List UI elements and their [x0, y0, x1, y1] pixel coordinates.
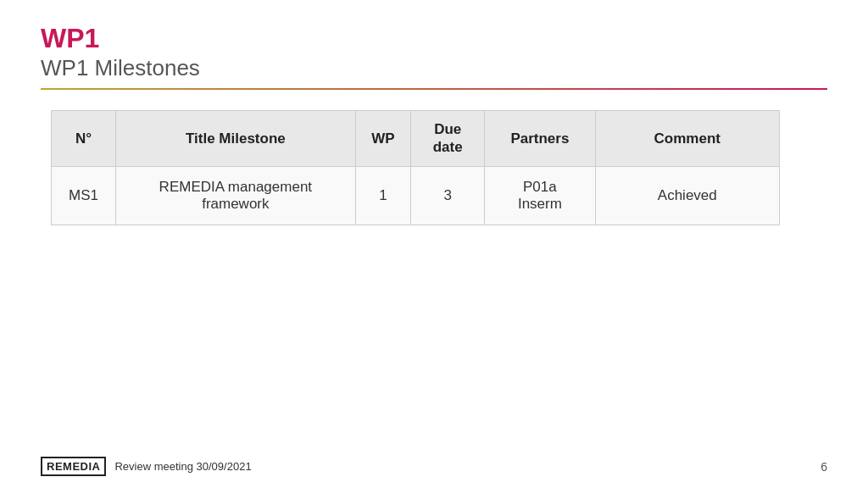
col-header-partners: Partners — [485, 111, 595, 167]
milestones-table: N° Title Milestone WP Duedate Partners C… — [51, 110, 780, 225]
col-header-title: Title Milestone — [116, 111, 356, 167]
cell-title: REMEDIA managementframework — [116, 166, 356, 225]
col-header-comment: Comment — [595, 111, 779, 167]
main-content: N° Title Milestone WP Duedate Partners C… — [0, 90, 868, 225]
table-row: MS1 REMEDIA managementframework 1 3 P01a… — [52, 166, 780, 225]
col-header-n: N° — [52, 111, 116, 167]
col-header-due-date: Duedate — [411, 111, 485, 167]
wp-label: WP1 — [41, 24, 827, 53]
footer-meeting-text: Review meeting 30/09/2021 — [114, 460, 251, 473]
footer: REMEDIA Review meeting 30/09/2021 6 — [0, 457, 868, 476]
cell-partners: P01aInserm — [485, 166, 595, 225]
col-header-wp: WP — [355, 111, 411, 167]
header: WP1 WP1 Milestones — [0, 0, 868, 81]
cell-comment: Achieved — [595, 166, 779, 225]
footer-left: REMEDIA Review meeting 30/09/2021 — [41, 457, 252, 476]
cell-n: MS1 — [52, 166, 116, 225]
footer-page-number: 6 — [821, 460, 827, 474]
cell-due-date: 3 — [411, 166, 485, 225]
footer-logo: REMEDIA — [41, 457, 106, 476]
cell-wp: 1 — [355, 166, 411, 225]
page-title: WP1 Milestones — [41, 55, 827, 81]
